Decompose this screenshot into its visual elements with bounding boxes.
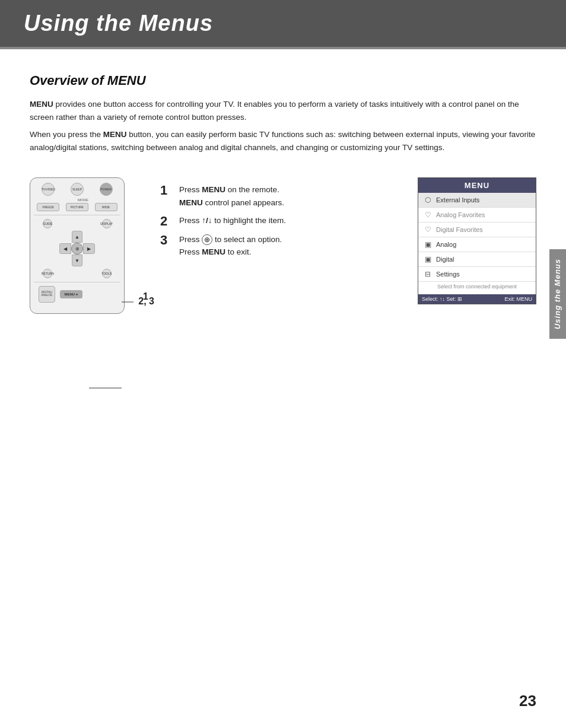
body-paragraph-2: When you press the MENU button, you can … [30, 128, 536, 154]
guide-btn: GUIDE [43, 219, 52, 228]
digital-favorites-label: Digital Favorites [436, 226, 483, 233]
dpad-down: ▼ [72, 255, 82, 266]
external-inputs-icon: ⬡ [423, 196, 433, 204]
tools-btn: TOOLS [102, 269, 112, 278]
return-btn: RETURN [43, 269, 52, 278]
side-tab: Using the Menus [549, 249, 566, 339]
wide-btn: WIDE [95, 203, 117, 211]
settings-label: Settings [436, 271, 460, 278]
menu-item-external-inputs: ⬡ External Inputs [418, 193, 536, 208]
analog-favorites-label: Analog Favorites [436, 211, 485, 218]
remote-divider-2 [34, 282, 120, 282]
step-1: 1 Press MENU on the remote. MENU control… [160, 183, 406, 209]
remote-control: TV/VIDEO SLEEP POWER MODE FREEZE [30, 177, 125, 314]
page-title: Using the Menus [24, 11, 542, 36]
step-1-number: 1 [160, 183, 173, 198]
set-button-icon: ⊕ [202, 234, 212, 245]
display-btn: DISPLAY [102, 219, 112, 228]
external-inputs-label: External Inputs [436, 196, 479, 204]
page-number: 23 [519, 692, 536, 710]
callout-1: 1 [143, 291, 148, 302]
digital-label: Digital [436, 256, 454, 263]
diagram-area: TV/VIDEO SLEEP POWER MODE FREEZE [30, 177, 536, 314]
instructions-area: 1 Press MENU on the remote. MENU control… [148, 177, 406, 263]
menu-footer-row: Select: ↑↓ Set: ⊞ Exit: MENU [422, 296, 532, 302]
body-paragraph-1: MENU provides one button access for cont… [30, 98, 536, 123]
remote-row-3: GUIDE DISPLAY [34, 219, 120, 228]
digital-analog-btn: DIGITAL/ANALOG [39, 286, 55, 303]
main-content: Overview of MENU MENU provides one butto… [0, 49, 566, 338]
header-banner: Using the Menus [0, 0, 566, 47]
menu-item-digital: ▣ Digital [418, 252, 536, 267]
picture-btn: PICTURE [66, 203, 88, 211]
menu-btn: MENU ● [60, 290, 82, 298]
remote-menu-row: DIGITAL/ANALOG MENU ● [34, 286, 120, 303]
remote-row-1: TV/VIDEO SLEEP POWER [34, 183, 120, 196]
remote-illustration: TV/VIDEO SLEEP POWER MODE FREEZE [30, 177, 136, 314]
step-3-text: Press ⊕ to select an option. Press MENU … [179, 233, 282, 259]
menu-select-hint: Select from connected equipment [418, 282, 536, 291]
remote-row-5: RETURN TOOLS [34, 269, 120, 278]
dpad-center: ⊕ [71, 243, 83, 255]
power-btn: POWER [100, 183, 113, 196]
section-title: Overview of MENU [30, 73, 536, 88]
menu-footer-select: Select: ↑↓ Set: ⊞ [422, 296, 462, 302]
menu-item-analog: ▣ Analog [418, 237, 536, 252]
menu-keyword-1: MENU [30, 100, 53, 109]
step-2: 2 Press ↑/↓ to highlight the item. [160, 214, 406, 228]
menu-keyword-2: MENU [103, 130, 127, 139]
step-3: 3 Press ⊕ to select an option. Press MEN… [160, 233, 406, 259]
step-2-text: Press ↑/↓ to highlight the item. [179, 214, 286, 227]
menu-item-digital-favorites: ♡ Digital Favorites [418, 222, 536, 237]
menu-footer-exit: Exit: MENU [504, 296, 532, 302]
settings-icon: ⊟ [423, 270, 433, 278]
remote-divider [34, 215, 120, 215]
dpad-right: ▶ [83, 243, 95, 254]
menu-item-settings: ⊟ Settings [418, 267, 536, 282]
sleep-btn: SLEEP [71, 183, 84, 196]
step-2-number: 2 [160, 214, 173, 228]
digital-fav-icon: ♡ [423, 225, 433, 234]
menu-footer: Select: ↑↓ Set: ⊞ Exit: MENU [418, 294, 536, 304]
tv-video-btn: TV/VIDEO [42, 183, 55, 196]
dpad-left: ◀ [59, 243, 71, 254]
dpad: ▲ ▼ ◀ ▶ ⊕ [59, 231, 95, 266]
mode-label-row: MODE [34, 198, 120, 202]
freeze-btn: FREEZE [37, 203, 59, 211]
dpad-up: ▲ [72, 231, 82, 243]
remote-row-2: FREEZE PICTURE WIDE [34, 203, 120, 211]
step-1-text: Press MENU on the remote. MENU control p… [179, 183, 284, 209]
menu-panel-header: MENU [418, 178, 536, 193]
menu-item-analog-favorites: ♡ Analog Favorites [418, 208, 536, 222]
digital-icon: ▣ [423, 255, 433, 263]
step-3-number: 3 [160, 233, 173, 247]
analog-icon: ▣ [423, 240, 433, 249]
analog-fav-icon: ♡ [423, 211, 433, 219]
menu-panel: MENU ⬡ External Inputs ♡ Analog Favorite… [418, 177, 536, 304]
analog-label: Analog [436, 241, 456, 248]
